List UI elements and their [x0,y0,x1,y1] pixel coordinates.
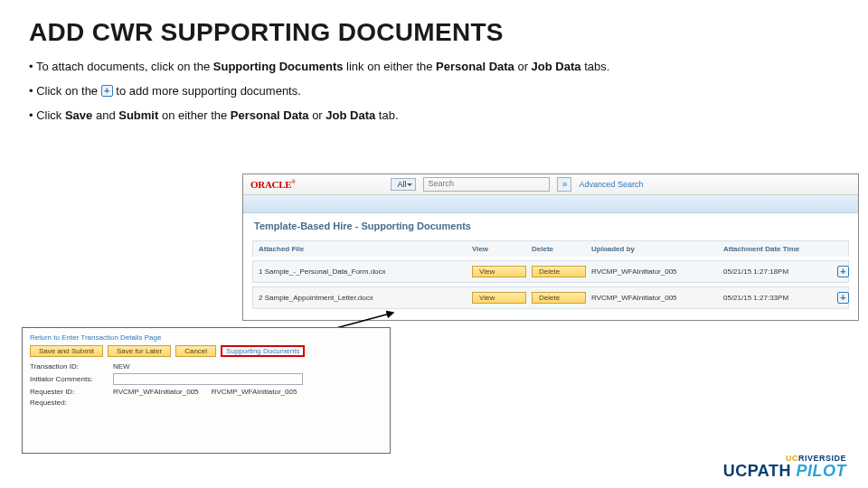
table-row: 2 Sample_Appointment_Letter.docx View De… [252,286,849,309]
bullet-3: Click Save and Submit on either the Pers… [29,108,839,122]
text: Click [36,108,65,122]
col-uploader: Uploaded by [591,245,718,253]
col-file: Attached File [259,245,467,253]
row-datetime: 05/21/15 1:27:18PM [723,267,832,276]
requester-id-value-2: RVCMP_WFAInitiator_005 [212,388,297,396]
row-filename: Sample_Appointment_Letter.docx [265,294,373,302]
text-bold: Supporting Documents [213,60,344,73]
oracle-logo: ORACLE® [250,179,295,190]
text-bold: Personal Data [231,108,309,122]
save-and-submit-button[interactable]: Save and Submit [30,345,103,357]
table-row: 1 Sample_-_Personal_Data_Form.docx View … [252,260,849,283]
row-uploader: RVCMP_WFAInitiator_005 [591,294,718,302]
text: or [309,108,326,122]
col-datetime: Attachment Date Time [723,245,832,253]
app-header: ORACLE® All Search Advanced Search [243,174,858,195]
text: to add more supporting documents. [113,84,301,98]
col-delete: Delete [532,245,586,253]
slide-title: ADD CWR SUPPORTING DOCUMENTS [29,18,839,47]
return-link[interactable]: Return to Enter Transaction Details Page [30,333,382,342]
add-row-icon[interactable] [837,266,849,277]
text: tab. [375,108,398,122]
initiator-comments-label: Initiator Comments: [30,375,108,383]
save-for-later-button[interactable]: Save for Later [108,345,171,357]
delete-button[interactable]: Delete [532,266,586,277]
text-bold: Job Data [326,108,375,122]
text-bold: Personal Data [436,60,514,73]
table-header: Attached File View Delete Uploaded by At… [252,240,849,257]
page-title: Template-Based Hire - Supporting Documen… [254,221,849,231]
form-screenshot: Return to Enter Transaction Details Page… [22,327,391,454]
col-view: View [472,245,526,253]
row-filename: Sample_-_Personal_Data_Form.docx [265,267,386,276]
text: tabs. [581,60,610,73]
row-index: 1 [259,267,262,276]
ucpath-text: UCPATH [723,462,791,480]
row-uploader: RVCMP_WFAInitiator_005 [591,267,718,276]
text: or [514,60,532,73]
search-input[interactable]: Search [423,177,550,192]
app-band [243,195,858,213]
delete-button[interactable]: Delete [532,292,586,304]
requester-id-label: Requester ID: [30,388,108,396]
row-datetime: 05/21/15 1:27:33PM [723,294,832,302]
requested-label: Requested: [30,399,108,407]
text: and [92,108,118,122]
text: Click on the [36,84,101,98]
advanced-search-link[interactable]: Advanced Search [579,180,643,189]
text: To attach documents, click on the [36,60,213,73]
view-button[interactable]: View [472,292,526,304]
bullet-2: Click on the to add more supporting docu… [29,84,839,98]
bullet-1: To attach documents, click on the Suppor… [29,60,839,73]
text-bold: Save [65,108,92,122]
search-go-button[interactable] [557,177,571,192]
view-button[interactable]: View [472,266,526,277]
text: on either the [158,108,231,122]
cancel-button[interactable]: Cancel [175,345,216,357]
add-row-icon[interactable] [837,292,849,304]
pilot-text: PILOT [791,462,846,480]
transaction-id-value: NEW [113,362,130,371]
supporting-documents-link[interactable]: Supporting Documents [221,345,305,357]
requester-id-value: RVCMP_WFAInitiator_005 [113,388,199,396]
oracle-app-screenshot: ORACLE® All Search Advanced Search Templ… [242,174,859,321]
all-dropdown[interactable]: All [391,178,416,191]
text: link on either the [343,60,436,73]
text-bold: Submit [118,108,158,122]
initiator-comments-input[interactable] [113,373,303,385]
row-index: 2 [259,294,262,302]
text-bold: Job Data [532,60,581,73]
bullet-list: To attach documents, click on the Suppor… [29,60,839,122]
footer-logo: UCRIVERSIDE UCPATH PILOT [723,454,846,479]
transaction-id-label: Transaction ID: [30,362,108,371]
plus-icon [101,85,113,97]
